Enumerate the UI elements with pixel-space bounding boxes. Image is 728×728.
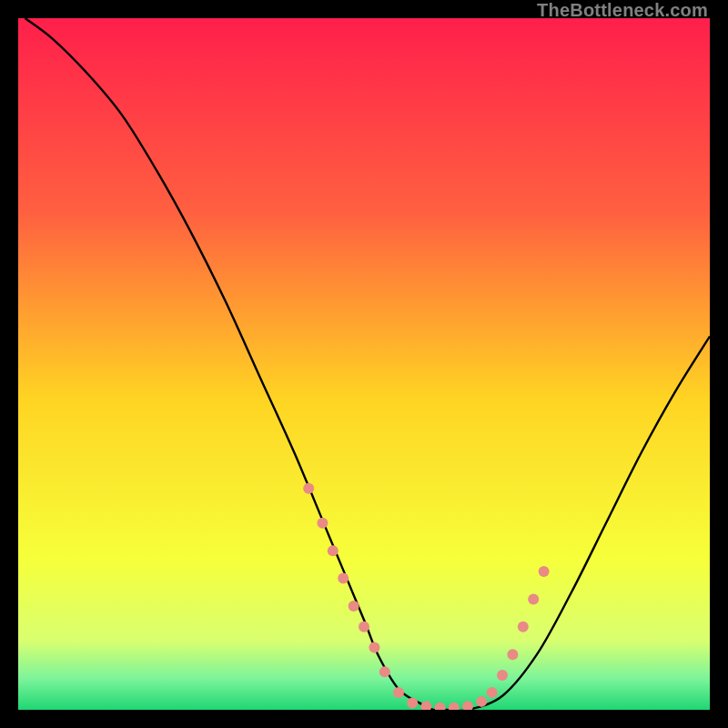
highlight-dot [407,697,418,708]
highlight-dot [349,601,359,612]
highlight-dot [303,483,314,494]
highlight-dot [369,642,379,653]
highlight-dot [497,670,508,681]
chart-svg [18,18,710,710]
highlight-dot [528,593,539,604]
watermark-text: TheBottleneck.com [537,0,708,21]
highlight-dot [379,666,390,677]
gradient-background [18,18,710,710]
highlight-dot [507,649,518,660]
highlight-dot [393,687,404,698]
highlight-dot [487,687,498,698]
highlight-dot [359,622,369,632]
highlight-dot [338,573,349,584]
highlight-dot [317,518,328,529]
highlight-dot [539,566,550,577]
chart-frame [18,18,710,710]
highlight-dot [328,545,339,556]
highlight-dot [518,622,529,632]
highlight-dot [476,696,487,707]
